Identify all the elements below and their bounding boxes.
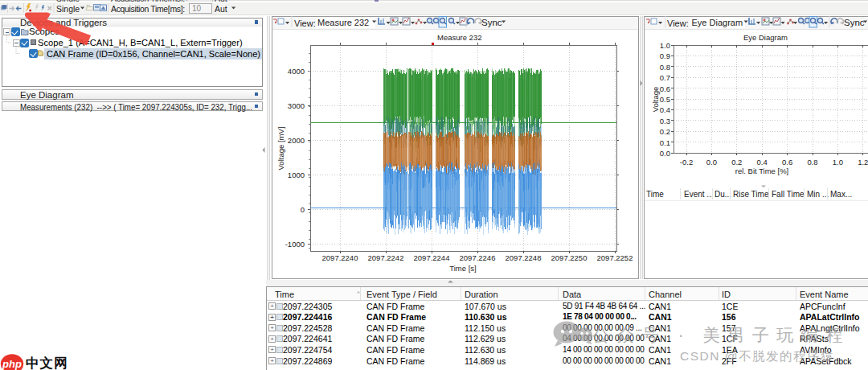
svg-text:php: php: [2, 358, 22, 370]
